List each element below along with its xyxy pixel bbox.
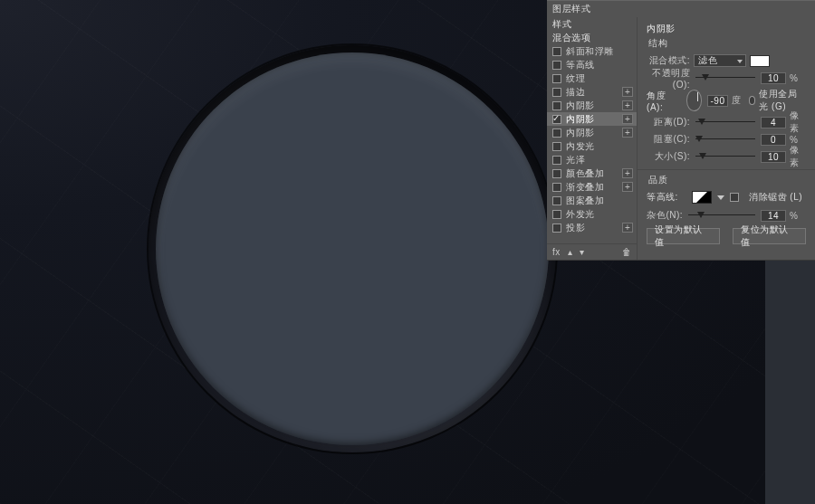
- effect-checkbox-contour[interactable]: [552, 61, 561, 70]
- choke-label: 阻塞(C):: [647, 133, 694, 146]
- effect-label: 内阴影: [566, 100, 622, 112]
- shape-disc: [156, 52, 549, 445]
- contour-label: 等高线:: [647, 191, 686, 204]
- size-slider[interactable]: [695, 150, 755, 163]
- effect-checkbox-ishadow[interactable]: [552, 101, 561, 110]
- angle-label: 角度(A):: [647, 90, 680, 112]
- distance-slider[interactable]: [695, 116, 755, 128]
- opacity-value[interactable]: 10: [761, 72, 786, 84]
- effect-checkbox-texture[interactable]: [552, 74, 561, 83]
- reset-default-button[interactable]: 复位为默认值: [733, 228, 806, 244]
- unit-percent-3: %: [790, 211, 806, 221]
- effect-settings: 内阴影 结构 混合模式: 滤色 不透明度(O): 10 % 角度(A): -90…: [638, 17, 815, 260]
- add-effect-icon[interactable]: +: [622, 128, 633, 138]
- canvas-side-strip: [765, 261, 815, 504]
- effect-checkbox-poverlay[interactable]: [552, 196, 561, 205]
- color-swatch[interactable]: [750, 55, 770, 67]
- effect-label: 描边: [566, 86, 622, 99]
- effect-row-goverlay[interactable]: 渐变叠加+: [547, 180, 637, 194]
- effect-label: 图案叠加: [566, 195, 633, 207]
- effects-list: 样式 混合选项 斜面和浮雕等高线纹理描边+内阴影+内阴影+内阴影+内发光光泽颜色…: [547, 17, 638, 260]
- layer-style-dialog: 图层样式 样式 混合选项 斜面和浮雕等高线纹理描边+内阴影+内阴影+内阴影+内发…: [547, 0, 815, 261]
- choke-value[interactable]: 0: [761, 134, 786, 146]
- angle-dial[interactable]: [686, 90, 703, 111]
- noise-label: 杂色(N):: [647, 209, 686, 222]
- effect-checkbox-stroke[interactable]: [552, 88, 561, 97]
- effect-row-ishadow[interactable]: 内阴影+: [547, 99, 637, 112]
- shape-rim: [149, 45, 556, 452]
- effect-label: 投影: [566, 222, 622, 234]
- unit-px-1: 像素: [790, 109, 806, 135]
- effect-checkbox-bevel[interactable]: [552, 47, 561, 56]
- effect-row-dshadow[interactable]: 投影+: [547, 221, 637, 234]
- effect-label: 颜色叠加: [566, 167, 622, 180]
- effect-label: 内阴影: [566, 127, 622, 139]
- add-effect-icon[interactable]: +: [622, 223, 633, 233]
- effect-checkbox-iglow[interactable]: [552, 142, 561, 151]
- blend-mode-select[interactable]: 滤色: [694, 54, 746, 67]
- size-label: 大小(S):: [647, 150, 694, 163]
- effect-title: 内阴影: [647, 23, 806, 35]
- effect-checkbox-goverlay[interactable]: [552, 183, 561, 192]
- fx-icon[interactable]: fx: [552, 247, 561, 257]
- effect-row-coverlay[interactable]: 颜色叠加+: [547, 166, 637, 180]
- effect-checkbox-coverlay[interactable]: [552, 169, 561, 178]
- effect-label: 外发光: [566, 208, 633, 221]
- effect-label: 内发光: [566, 140, 633, 153]
- effect-row-poverlay[interactable]: 图案叠加: [547, 194, 637, 207]
- add-effect-icon[interactable]: +: [622, 182, 633, 192]
- blend-options-header[interactable]: 混合选项: [547, 31, 637, 44]
- add-effect-icon[interactable]: +: [622, 114, 633, 124]
- structure-title: 结构: [648, 37, 806, 50]
- distance-value[interactable]: 4: [761, 117, 786, 128]
- effect-row-contour[interactable]: 等高线: [547, 58, 637, 71]
- distance-label: 距离(D):: [647, 116, 694, 128]
- quality-title: 品质: [648, 174, 806, 186]
- trash-icon[interactable]: 🗑: [622, 247, 632, 257]
- effect-checkbox-ishadow2[interactable]: [552, 115, 561, 124]
- effect-row-satin[interactable]: 光泽: [547, 153, 637, 166]
- effect-row-ishadow3[interactable]: 内阴影+: [547, 126, 637, 139]
- angle-value[interactable]: -90: [707, 95, 727, 107]
- add-effect-icon[interactable]: +: [622, 100, 633, 110]
- effect-row-oglow[interactable]: 外发光: [547, 207, 637, 221]
- move-up-icon[interactable]: ▴: [568, 247, 573, 257]
- effect-row-iglow[interactable]: 内发光: [547, 139, 637, 153]
- dialog-title: 图层样式: [547, 1, 815, 17]
- effect-label: 光泽: [566, 154, 633, 166]
- opacity-label: 不透明度(O):: [647, 67, 694, 90]
- effect-checkbox-ishadow3[interactable]: [552, 128, 561, 138]
- effect-checkbox-satin[interactable]: [552, 156, 561, 165]
- effect-row-texture[interactable]: 纹理: [547, 71, 637, 85]
- contour-picker[interactable]: [692, 191, 712, 204]
- unit-percent: %: [790, 73, 806, 83]
- effect-row-stroke[interactable]: 描边+: [547, 85, 637, 99]
- styles-header[interactable]: 样式: [547, 17, 637, 31]
- effect-label: 纹理: [566, 72, 633, 85]
- unit-px-2: 像素: [790, 144, 806, 169]
- opacity-slider[interactable]: [695, 71, 755, 84]
- effect-checkbox-dshadow[interactable]: [552, 223, 561, 233]
- add-effect-icon[interactable]: +: [622, 87, 633, 97]
- effect-label: 斜面和浮雕: [566, 45, 633, 58]
- unit-deg: 度: [732, 94, 743, 107]
- effect-checkbox-oglow[interactable]: [552, 210, 561, 219]
- add-effect-icon[interactable]: +: [622, 168, 633, 178]
- effects-footer: fx ▴ ▾ 🗑: [547, 243, 637, 260]
- noise-value[interactable]: 14: [761, 210, 786, 222]
- global-light-radio[interactable]: [749, 96, 756, 105]
- unit-percent-2: %: [790, 135, 806, 145]
- effect-row-ishadow2[interactable]: 内阴影+: [547, 112, 637, 126]
- make-default-button[interactable]: 设置为默认值: [647, 228, 720, 244]
- move-down-icon[interactable]: ▾: [580, 247, 585, 257]
- effect-label: 内阴影: [566, 113, 622, 126]
- effect-row-bevel[interactable]: 斜面和浮雕: [547, 44, 637, 58]
- choke-slider[interactable]: [695, 133, 755, 146]
- noise-slider[interactable]: [688, 209, 755, 222]
- effect-label: 等高线: [566, 59, 633, 71]
- contour-dropdown-icon[interactable]: [717, 195, 724, 200]
- size-value[interactable]: 10: [761, 151, 786, 163]
- antialias-label: 消除锯齿 (L): [749, 191, 802, 204]
- antialias-checkbox[interactable]: [730, 193, 739, 202]
- divider: [638, 169, 815, 170]
